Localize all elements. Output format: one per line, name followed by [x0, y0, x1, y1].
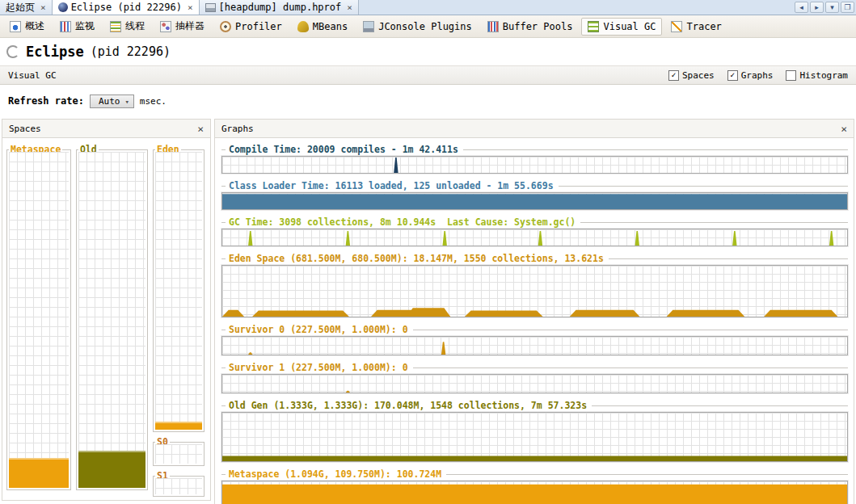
close-tab-icon[interactable] — [188, 2, 193, 13]
checkbox-box-icon — [668, 70, 679, 81]
page-title: Eclipse — [26, 44, 84, 60]
space-grid — [9, 152, 69, 488]
view-toolbar: 概述 监视 线程 抽样器 Profiler MBeans JConsole Pl… — [0, 15, 856, 38]
document-tab-bar: 起始页 Eclipse (pid 22296) [heapdump] dump.… — [0, 0, 856, 15]
tab-label: Eclipse (pid 22296) — [71, 2, 182, 13]
survivor1-space: S1 — [153, 476, 205, 497]
tab-strip: 起始页 Eclipse (pid 22296) [heapdump] dump.… — [0, 0, 359, 15]
graph-plot — [221, 481, 848, 504]
profiler-icon — [220, 21, 231, 32]
survivor0-space: S0 — [153, 442, 205, 466]
close-spaces-panel-button[interactable]: × — [197, 123, 204, 135]
graph-title: Survivor 1 (227.500M, 1.000M): 0 — [229, 362, 408, 373]
tab-overview[interactable]: 概述 — [3, 16, 51, 36]
threads-icon — [110, 21, 121, 32]
graph-plot — [221, 336, 848, 355]
space-grid — [78, 152, 145, 488]
tab-threads[interactable]: 线程 — [103, 16, 151, 36]
jconsole-icon — [363, 21, 374, 32]
toolbar-label: MBeans — [313, 21, 348, 32]
checkbox-box-icon — [786, 70, 796, 81]
space-grid — [155, 152, 202, 430]
graph-legend: Class Loader Time: 16113 loaded, 125 unl… — [221, 181, 848, 191]
busy-spinner-icon — [6, 45, 19, 58]
graphs-checkbox[interactable]: Graphs — [727, 70, 774, 81]
graph-title: Eden Space (681.500M, 680.500M): 18.147M… — [229, 253, 604, 264]
tab-eclipse-pid-22296[interactable]: Eclipse (pid 22296) — [53, 0, 200, 15]
toolbar-label: 抽样器 — [175, 19, 205, 33]
graph-legend: Eden Space (681.500M, 680.500M): 18.147M… — [221, 254, 848, 263]
dropdown-caret-icon — [124, 96, 129, 107]
checkbox-box-icon — [727, 70, 738, 81]
tab-profiler[interactable]: Profiler — [213, 18, 289, 36]
spaces-body: Metaspace Old Eden S0 S1 — [2, 138, 210, 500]
toolbar-label: Tracer — [686, 21, 721, 32]
refresh-rate-label: Refresh rate: — [8, 95, 84, 107]
spaces-panel-title: Spaces — [9, 124, 41, 134]
tab-monitor[interactable]: 监视 — [53, 16, 101, 36]
mbeans-icon — [297, 21, 309, 32]
young-gen-column: Eden S0 S1 — [153, 143, 205, 497]
close-graphs-panel-button[interactable]: × — [841, 123, 847, 135]
gc-time-graph: GC Time: 3098 collections, 8m 10.944s La… — [221, 217, 848, 246]
spaces-panel: Spaces × Metaspace Old Eden S0 S1 — [2, 119, 211, 501]
tab-label: [heapdump] dump.hprof — [219, 2, 342, 13]
graph-title: Old Gen (1.333G, 1.333G): 170.048M, 1548… — [229, 400, 587, 411]
maximize-window-button[interactable]: ❐ — [841, 2, 854, 13]
tab-buffer-pools[interactable]: Buffer Pools — [481, 18, 580, 36]
refresh-rate-row: Refresh rate: Auto msec. — [0, 85, 856, 117]
toolbar-label: 监视 — [75, 19, 95, 33]
toolbar-label: 概述 — [25, 19, 44, 33]
process-pid: (pid 22296) — [91, 44, 171, 59]
tabs-scroll-left-button[interactable]: ◂ — [795, 2, 808, 13]
graphs-panel: Graphs × Compile Time: 20009 compiles - … — [214, 119, 854, 504]
toolbar-label: Buffer Pools — [503, 21, 573, 32]
tabs-scroll-right-button[interactable]: ▸ — [810, 2, 824, 13]
old-gen-graph: Old Gen (1.333G, 1.333G): 170.048M, 1548… — [221, 401, 848, 462]
monitor-icon — [60, 21, 71, 32]
graph-legend: Old Gen (1.333G, 1.333G): 170.048M, 1548… — [221, 401, 848, 410]
refresh-rate-value: Auto — [99, 96, 120, 107]
survivor0-graph: Survivor 0 (227.500M, 1.000M): 0 — [221, 325, 848, 355]
histogram-checkbox[interactable]: Histogram — [786, 70, 848, 81]
graph-plot — [221, 412, 848, 462]
close-tab-icon[interactable] — [40, 2, 46, 13]
space-fill — [155, 422, 202, 430]
eden-space-graph: Eden Space (681.500M, 680.500M): 18.147M… — [221, 254, 848, 317]
graph-legend: Survivor 0 (227.500M, 1.000M): 0 — [221, 325, 848, 334]
graph-legend: GC Time: 3098 collections, 8m 10.944s La… — [221, 217, 848, 227]
space-grid — [155, 444, 202, 464]
tab-mbeans[interactable]: MBeans — [291, 18, 354, 36]
close-tab-icon[interactable] — [347, 2, 352, 13]
tab-controls: ◂▸▾❐ — [795, 0, 856, 15]
graph-legend: Metaspace (1.094G, 109.750M): 100.724M — [221, 469, 848, 479]
toolbar-label: JConsole Plugins — [378, 21, 472, 32]
toolbar-label: Profiler — [235, 21, 282, 32]
section-title: Visual GC — [8, 70, 57, 81]
eclipse-icon — [58, 2, 68, 12]
toolbar-label: 线程 — [125, 19, 145, 33]
tabs-list-button[interactable]: ▾ — [825, 2, 839, 13]
metaspace-column: Metaspace — [6, 143, 71, 497]
tab-tracer[interactable]: Tracer — [664, 18, 727, 36]
checkbox-label: Histogram — [799, 70, 848, 81]
metaspace-space: Metaspace — [6, 149, 71, 490]
graphs-body: Compile Time: 20009 compiles - 1m 42.411… — [215, 138, 854, 504]
tab-visual-gc[interactable]: Visual GC — [581, 18, 662, 36]
old-space: Old — [76, 149, 148, 490]
tab-sampler[interactable]: 抽样器 — [154, 16, 211, 36]
tab-heapdump-dump-hprof[interactable]: [heapdump] dump.hprof — [200, 0, 359, 15]
sampler-icon — [160, 21, 171, 32]
refresh-rate-select[interactable]: Auto — [90, 94, 134, 108]
graph-plot — [221, 229, 848, 246]
compile-time-graph: Compile Time: 20009 compiles - 1m 42.411… — [221, 145, 848, 174]
graph-title: Metaspace (1.094G, 109.750M): 100.724M — [229, 468, 441, 480]
graph-plot — [221, 265, 848, 317]
visual-gc-section-bar: Visual GC Spaces Graphs Histogram — [0, 65, 856, 85]
tab-label: 起始页 — [6, 1, 35, 15]
tab-start-page[interactable]: 起始页 — [0, 0, 53, 15]
spaces-checkbox[interactable]: Spaces — [668, 70, 715, 81]
tab-jconsole-plugins[interactable]: JConsole Plugins — [356, 18, 479, 36]
graph-title: Survivor 0 (227.500M, 1.000M): 0 — [229, 324, 408, 335]
eden-space: Eden — [153, 149, 205, 432]
